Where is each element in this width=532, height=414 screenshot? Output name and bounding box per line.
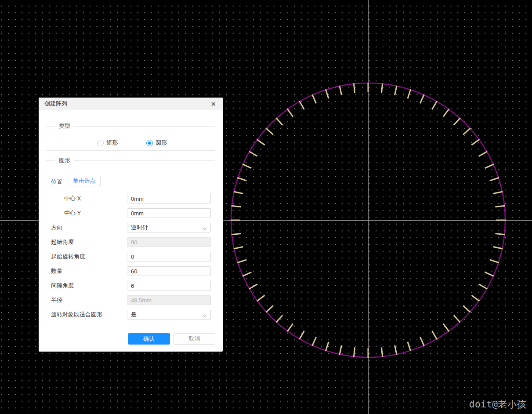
circle-section: 圆形 位置 单击选点 中心 X 中心 Y 方向 逆时针 — [46, 156, 215, 325]
start-angle-input — [127, 237, 211, 247]
center-x-input[interactable] — [127, 194, 211, 203]
field-label: 数量 — [51, 267, 62, 275]
radio-label-rectangle: 矩形 — [106, 139, 118, 147]
field-row-radius: 半径 — [46, 295, 215, 305]
field-label: 半径 — [51, 296, 62, 304]
confirm-button[interactable]: 确认 — [128, 333, 170, 345]
position-label: 位置 — [51, 178, 62, 186]
radio-option-rectangle[interactable]: 矩形 — [97, 139, 118, 147]
field-label: 起始旋转角度 — [51, 253, 85, 261]
start-rotation-input[interactable] — [127, 252, 211, 261]
chevron-down-icon — [203, 226, 207, 230]
position-row: 位置 单击选点 — [46, 176, 215, 186]
field-row-interval-angle: 间隔角度 — [46, 281, 215, 291]
field-row-start-angle: 起始角度 — [46, 237, 215, 247]
field-label: 起始角度 — [51, 238, 74, 246]
dialog-title: 创建阵列 — [44, 100, 67, 108]
radius-input — [127, 295, 211, 305]
watermark: doit@老小孩 — [469, 398, 526, 410]
create-array-dialog: 创建阵列 ✕ 类型 矩形 圆形 圆形 位置 单击选点 中心 X 中心 Y — [39, 98, 223, 352]
field-label: 中心 X — [64, 195, 81, 203]
field-row-start-rotation: 起始旋转角度 — [46, 252, 215, 261]
type-section: 类型 矩形 圆形 — [46, 122, 215, 151]
radio-icon-checked[interactable] — [146, 140, 153, 146]
field-label: 间隔角度 — [51, 282, 74, 290]
field-row-center-x: 中心 X — [46, 194, 215, 203]
rotate-to-fit-select-value: 是 — [131, 311, 137, 319]
field-rows: 中心 X 中心 Y 方向 逆时针 起始角度 — [46, 194, 215, 324]
field-row-direction: 方向 逆时针 — [46, 223, 215, 232]
field-row-rotate-to-fit: 旋转对象以适合圆形 是 — [46, 310, 215, 320]
type-section-legend: 类型 — [55, 122, 74, 130]
rotate-to-fit-select[interactable]: 是 — [127, 310, 211, 320]
direction-select[interactable]: 逆时针 — [127, 223, 211, 232]
close-icon[interactable]: ✕ — [210, 100, 217, 108]
circle-section-legend: 圆形 — [55, 156, 74, 164]
field-label: 中心 Y — [64, 209, 81, 217]
center-y-input[interactable] — [127, 208, 211, 218]
field-row-center-y: 中心 Y — [46, 208, 215, 218]
radio-option-circle[interactable]: 圆形 — [146, 139, 167, 147]
chevron-down-icon — [203, 313, 207, 317]
radio-label-circle: 圆形 — [156, 139, 167, 147]
field-label: 方向 — [51, 224, 62, 232]
field-label: 旋转对象以适合圆形 — [51, 311, 102, 319]
pick-point-button[interactable]: 单击选点 — [68, 176, 101, 186]
radio-icon-unchecked[interactable] — [97, 140, 104, 146]
dialog-header: 创建阵列 ✕ — [39, 98, 223, 110]
count-input[interactable] — [127, 266, 211, 276]
cancel-button[interactable]: 取消 — [174, 333, 215, 345]
interval-angle-input[interactable] — [127, 281, 211, 291]
field-row-count: 数量 — [46, 266, 215, 276]
direction-select-value: 逆时针 — [131, 224, 148, 232]
